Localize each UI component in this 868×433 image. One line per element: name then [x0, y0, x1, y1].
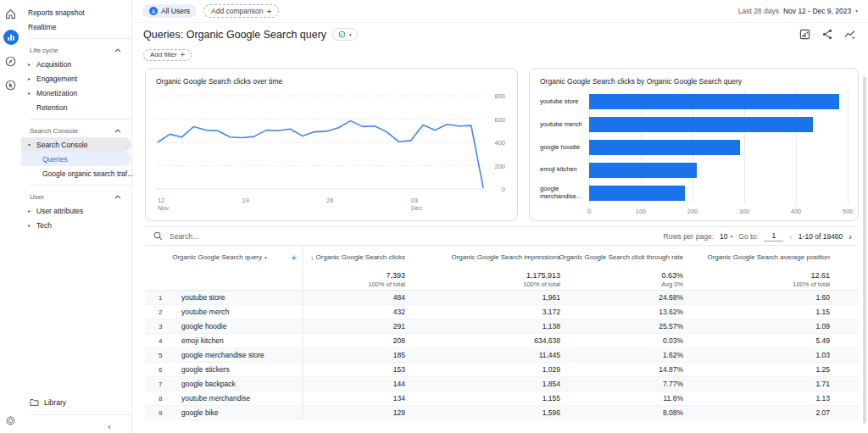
- sidebar-item-reports-snapshot[interactable]: Reports snapshot: [21, 5, 131, 19]
- explore-icon[interactable]: [3, 53, 19, 69]
- sidebar-section-header[interactable]: User: [21, 190, 131, 203]
- chevron-down-icon: ▾: [731, 234, 733, 239]
- totals-subtext: 100% of total: [793, 280, 830, 288]
- table-row[interactable]: 9google bike1291,5968.08%2.07: [145, 406, 859, 420]
- rows-per-page-label: Rows per page:: [664, 232, 715, 241]
- queries-table-card: Rows per page: 10 ▾ Go to: 1 ‹ 1-10 of 1…: [145, 226, 859, 433]
- data-quality-badge[interactable]: ▾: [332, 28, 358, 41]
- chevron-expanded-icon: ▾: [28, 142, 36, 147]
- row-metric-2: 11.6%: [569, 391, 692, 405]
- sidebar-item-google-organic-search-traf-[interactable]: Google organic search traf...: [21, 166, 131, 180]
- metric-header-label: Organic Google Search impressions: [451, 253, 560, 261]
- line-chart-card: Organic Google Search clicks over time 0…: [145, 68, 518, 221]
- x-tick-line2: Nov: [158, 204, 169, 212]
- totals-subtext: Avg 0%: [661, 280, 683, 288]
- table-row[interactable]: 8youtube merchandise1341,15511.6%1.13: [145, 391, 859, 406]
- y-axis-tick: 400: [494, 139, 505, 147]
- bar-row: [589, 91, 848, 114]
- reports-icon[interactable]: [3, 30, 19, 45]
- column-header-metric-3[interactable]: Organic Google Search average position: [692, 246, 838, 269]
- row-number: 1: [145, 291, 174, 304]
- bar-chart-title: Organic Google Search clicks by Organic …: [540, 77, 848, 86]
- sidebar-section-header[interactable]: Life cycle: [21, 43, 131, 57]
- sidebar-item-tech[interactable]: ▸Tech: [21, 218, 131, 232]
- table-row[interactable]: 4emoji kitchen208634,6380.03%5.49: [145, 334, 859, 348]
- bar-google-merchandise-[interactable]: [589, 186, 685, 201]
- bar-youtube-store[interactable]: [589, 94, 839, 109]
- sidebar-section-header[interactable]: Search Console: [21, 124, 131, 137]
- date-range-picker[interactable]: Last 28 days Nov 12 - Dec 9, 2023 ▾: [738, 7, 858, 15]
- row-metric-0: 129: [303, 406, 414, 419]
- bar-youtube-merch[interactable]: [589, 117, 813, 132]
- sidebar-section-label: Search Console: [30, 127, 78, 135]
- plus-icon: +: [181, 50, 186, 59]
- row-query: youtube store: [174, 291, 303, 304]
- next-page-icon[interactable]: ›: [849, 231, 852, 241]
- row-query: google merchandise store: [174, 348, 303, 362]
- row-metric-0: 208: [303, 334, 414, 347]
- share-icon[interactable]: [822, 29, 832, 40]
- x-axis-tick: 400: [791, 208, 802, 215]
- table-row[interactable]: 5google merchandise store18511,4451.62%1…: [145, 348, 859, 363]
- audience-chip-label: All Users: [161, 7, 190, 15]
- row-number: 7: [145, 377, 174, 391]
- rows-per-page-select[interactable]: 10 ▾: [720, 232, 732, 241]
- search-input[interactable]: [168, 231, 329, 241]
- add-dimension-icon[interactable]: +: [292, 253, 297, 263]
- y-axis-tick: 200: [494, 162, 505, 169]
- sidebar-item-retention[interactable]: Retention: [21, 100, 131, 114]
- table-row[interactable]: 1youtube store4841,96124.68%1.60: [145, 291, 859, 305]
- table-row[interactable]: 2youtube merch4323,17213.62%1.15: [145, 305, 859, 319]
- chevron-collapsed-icon: ▸: [28, 75, 36, 81]
- sidebar-item-search-console[interactable]: ▾Search Console: [21, 137, 131, 152]
- table-row[interactable]: 7google backpack1441,8547.77%1.71: [145, 377, 859, 391]
- bar-emoji-kitchen[interactable]: [589, 163, 697, 178]
- column-header-metric-2[interactable]: Organic Google Search click through rate: [569, 246, 692, 269]
- bar-row: [589, 136, 848, 159]
- sidebar-section-label: Life cycle: [30, 47, 58, 54]
- customize-report-icon[interactable]: [799, 29, 810, 40]
- sidebar-divider: [30, 119, 131, 119]
- column-header-query[interactable]: Organic Google Search query▾+: [145, 246, 303, 269]
- row-metric-3: 5.49: [692, 334, 838, 347]
- bar-google-hoodie[interactable]: [589, 140, 740, 155]
- home-icon[interactable]: [3, 6, 19, 21]
- sidebar-item-acquisition[interactable]: ▸Acquisition: [21, 57, 131, 71]
- collapse-sidebar-icon[interactable]: ‹: [108, 421, 111, 431]
- row-metric-2: 24.68%: [569, 291, 692, 304]
- insights-icon[interactable]: [844, 29, 856, 40]
- table-row[interactable]: 6google stickers1531,02914.87%1.25: [145, 363, 859, 377]
- add-comparison-chip[interactable]: Add comparison +: [203, 4, 279, 18]
- line-chart[interactable]: 0200400600800 12Nov192603Dec: [156, 91, 485, 212]
- metric-header-label: Organic Google Search average position: [707, 253, 830, 261]
- row-query: youtube merchandise: [174, 391, 303, 405]
- totals-subtext: 100% of total: [368, 280, 405, 288]
- x-axis-tick: 100: [636, 208, 647, 215]
- add-filter-chip[interactable]: Add filter +: [143, 49, 192, 61]
- pagination-range: 1-10 of 19460: [798, 232, 843, 241]
- table-row[interactable]: 3google hoodie2911,13825.57%1.09: [145, 319, 859, 334]
- prev-page-icon[interactable]: ‹: [789, 231, 793, 241]
- sidebar-item-user-attributes[interactable]: ▸User attributes: [21, 203, 131, 218]
- all-users-chip[interactable]: A All Users: [142, 4, 197, 18]
- sidebar-item-library[interactable]: Library: [21, 395, 131, 410]
- bar-category-label: youtube store: [540, 91, 583, 114]
- goto-page-input[interactable]: 1: [764, 231, 783, 241]
- row-metric-3: 1.60: [692, 291, 838, 304]
- sidebar-item-monetization[interactable]: ▸Monetization: [21, 86, 131, 100]
- row-spacer: [838, 291, 859, 304]
- column-header-metric-0[interactable]: ↓Organic Google Search clicks: [303, 246, 414, 269]
- settings-gear-icon[interactable]: [3, 413, 19, 428]
- column-header-metric-1[interactable]: Organic Google Search impressions: [414, 246, 569, 269]
- bar-chart[interactable]: youtube storeyoutube merchgoogle hoodiee…: [540, 91, 848, 218]
- sidebar-item-realtime[interactable]: Realtime: [21, 19, 131, 34]
- row-metric-1: 634,638: [414, 334, 569, 347]
- sidebar-item-queries[interactable]: Queries: [21, 152, 131, 166]
- row-metric-1: 1,029: [414, 363, 569, 376]
- sidebar-item-engagement[interactable]: ▸Engagement: [21, 71, 131, 86]
- library-label: Library: [44, 398, 66, 407]
- page-scrollbar[interactable]: [863, 76, 866, 424]
- advertising-icon[interactable]: [3, 77, 19, 92]
- filter-bar: Add filter +: [132, 46, 868, 64]
- row-query: google backpack: [174, 377, 303, 391]
